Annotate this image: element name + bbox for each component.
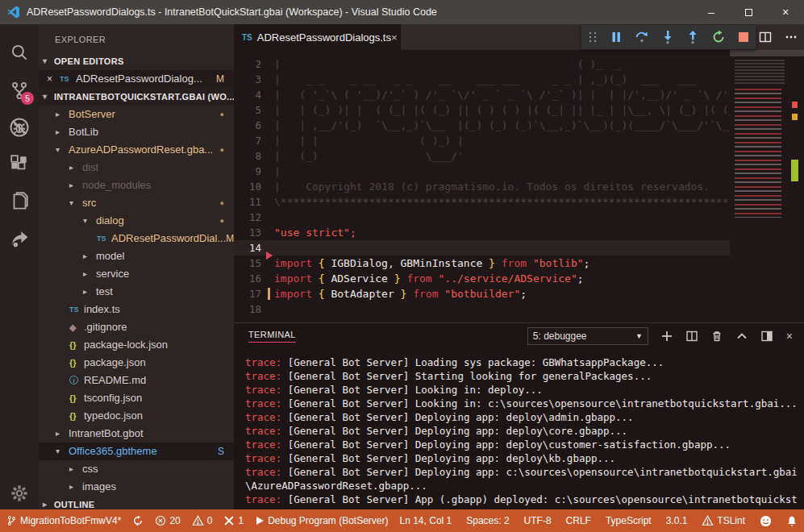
line-number: 15 [234,256,261,271]
drag-grip-icon[interactable] [588,31,598,44]
git-status-badge: M [226,230,234,247]
code-line-2: 2| ( )_ _ [234,56,730,72]
debug-status-item[interactable]: Debug Program (BotServer) [255,515,388,526]
code-line-11: 11\*************************************… [234,194,730,210]
step-over-button[interactable] [635,30,649,44]
split-editor-icon[interactable] [759,31,772,44]
code-line-13: 13"use strict"; [234,225,730,240]
tree-item-adresetpassworddial[interactable]: TSADResetPasswordDial...M [39,230,234,247]
chevron-down-icon: ▾ [69,194,81,212]
tree-item-images[interactable]: ▸images [39,478,234,496]
workspace-header[interactable]: ▾ INTRANETBOTQUICKSTART.GBAI (WO... [39,88,234,106]
json-file-icon: {} [69,407,82,425]
version-item[interactable]: 3.0.1 [666,515,688,526]
maximize-panel-icon[interactable] [736,330,748,342]
language-item[interactable]: TypeScript [606,515,652,526]
modified-gutter-bar [268,288,270,300]
editor-scrollbar[interactable] [790,50,804,322]
tslint-item[interactable]: TSLint [702,515,745,526]
step-into-button[interactable] [661,30,674,44]
chevron-down-icon: ▾ [43,88,47,106]
line-number: 9 [234,164,261,179]
kill-terminal-icon[interactable] [711,330,723,342]
share-arrow-icon[interactable] [0,222,39,255]
terminal-output[interactable]: trace: [General Bot Server] Loading sys … [234,349,804,520]
git-file-icon: ◆ [69,318,82,336]
tree-item-package-lock-json[interactable]: {}package-lock.json [39,336,234,354]
code-line-14: 14 [234,240,730,256]
move-panel-icon[interactable] [761,330,773,342]
tree-item-botserver[interactable]: ▸BotServer● [39,106,234,123]
new-terminal-icon[interactable] [661,330,673,342]
tree-item-gitignore[interactable]: ◆.gitignore [39,318,234,336]
eol-item[interactable]: CRLF [566,515,591,526]
overview-marker [791,160,798,181]
maximize-button[interactable] [730,0,767,24]
tree-item-typedoc-json[interactable]: {}typedoc.json [39,407,234,425]
restart-button[interactable] [711,30,726,44]
tree-item-dist[interactable]: ▸dist [39,159,234,177]
debug-icon[interactable] [0,111,39,143]
tree-item-dialog[interactable]: ▾dialog● [39,212,234,230]
line-number: 10 [234,179,261,194]
git-branch-item[interactable]: MigrationToBotFmwV4* [6,515,121,526]
source-control-icon[interactable]: 5 [0,74,39,106]
line-number: 14 [234,240,261,256]
encoding-item[interactable]: UTF-8 [524,515,552,526]
line-number: 3 [234,72,261,87]
tree-item-model[interactable]: ▸model [39,247,234,265]
settings-gear-icon[interactable] [0,477,39,509]
tree-item-package-json[interactable]: {}package.json [39,354,234,372]
tree-item-readme-md[interactable]: iREADME.md [39,372,234,389]
tree-item-azureadpasswordreset-gba[interactable]: ▾AzureADPasswordReset.gba...● [39,141,234,159]
open-editors-header[interactable]: ▾ OPEN EDITORS [39,52,234,70]
close-icon[interactable]: × [47,70,60,88]
code-line-18: 18 [234,301,730,317]
pause-button[interactable] [610,31,623,44]
tools-item[interactable]: 1 [223,515,244,526]
search-icon[interactable] [0,36,39,69]
chevron-right-icon: ▸ [69,159,81,177]
tree-item-office365-gbtheme[interactable]: ▾Office365.gbthemeS [39,443,234,460]
code-content: 2| ( )_ _3| _ _ _ __ _ _ __ ___ ___ _ _ … [234,50,730,322]
indentation-item[interactable]: Spaces: 2 [466,515,509,526]
sync-item[interactable] [132,515,144,526]
terminal-selector[interactable]: 5: debuggee ▼ [527,327,648,345]
tree-item-tsconfig-json[interactable]: {}tsconfig.json [39,389,234,407]
tab-adresetpassworddialogs[interactable]: TS ADResetPasswordDialogs.ts × [234,24,401,50]
split-terminal-icon[interactable] [686,330,698,342]
feedback-smiley-icon[interactable] [760,515,772,527]
modified-dot: ● [220,106,224,123]
tree-item-test[interactable]: ▸test [39,283,234,301]
tree-item-intranetbot-gbot[interactable]: ▸IntranetBot.gbot [39,425,234,443]
extensions-icon[interactable] [0,148,39,181]
minimap[interactable] [730,50,790,322]
close-panel-icon[interactable]: × [786,330,793,343]
tree-item-css[interactable]: ▸css [39,460,234,478]
notifications-bell-icon[interactable] [786,515,798,527]
more-actions-icon[interactable] [785,31,798,44]
typescript-file-icon: TS [60,70,73,88]
tree-item-node-modules[interactable]: ▸node_modules [39,177,234,194]
line-number: 11 [234,194,261,210]
json-file-icon: {} [69,336,82,354]
pages-icon[interactable] [0,185,39,218]
stop-button[interactable] [738,31,749,43]
open-editor-item[interactable]: × TS ADResetPasswordDialog... M [39,70,234,88]
cursor-position-item[interactable]: Ln 14, Col 1 [400,515,452,526]
tree-item-service[interactable]: ▸service [39,265,234,283]
tree-item-src[interactable]: ▾src● [39,194,234,212]
minimize-button[interactable]: – [693,0,730,24]
step-out-button[interactable] [686,30,699,44]
code-editor[interactable]: 2| ( )_ _3| _ _ _ __ _ _ __ ___ ___ _ _ … [234,50,804,322]
outline-header[interactable]: ▸ OUTLINE [39,496,234,509]
errors-item[interactable]: 20 [155,515,180,526]
tree-item-botlib[interactable]: ▸BotLib [39,123,234,141]
warnings-item[interactable]: 0 [192,515,213,526]
code-line-4: 4| ( '_`\ ( '__)/'_` ) /'_ `\/' _ ` _ `\… [234,87,730,102]
terminal-tab[interactable]: TERMINAL [248,330,296,343]
chevron-down-icon: ▼ [635,332,643,340]
close-button[interactable]: × [767,0,804,24]
tab-close-icon[interactable]: × [391,31,398,44]
tree-item-index-ts[interactable]: TSindex.ts [39,301,234,318]
